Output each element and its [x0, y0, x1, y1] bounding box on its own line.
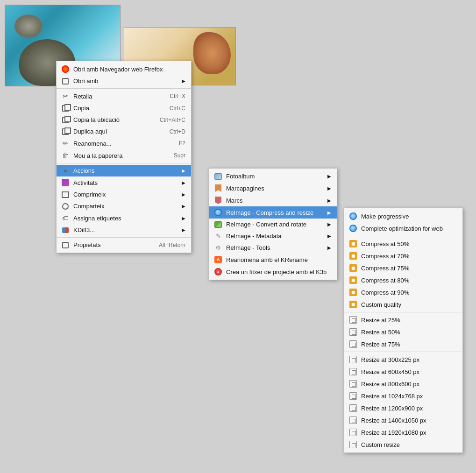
- copy-shortcut: Ctrl+C: [170, 105, 185, 112]
- menu-item-comprimeix[interactable]: Comprimeix ▶: [57, 189, 191, 200]
- menu-item-custom-quality[interactable]: ▣ Custom quality: [344, 298, 462, 311]
- menu-item-copy-location[interactable]: Copia la ubicació Ctrl+Alt+C: [57, 114, 191, 126]
- compress-80-label: Compress at 80%: [361, 277, 457, 284]
- menu-item-resize-300[interactable]: Resize at 300x225 px: [344, 353, 462, 366]
- resize-25-icon: [348, 316, 358, 324]
- menu-item-duplicate[interactable]: Duplica aquí Ctrl+D: [57, 126, 191, 137]
- activitats-icon: [60, 179, 71, 186]
- menu-item-resize-800[interactable]: Resize at 800x600 px: [344, 378, 462, 390]
- resize-600-icon: [348, 368, 358, 375]
- comparteix-arrow: ▶: [182, 204, 185, 209]
- menu-item-compress-75[interactable]: ▣ Compress at 75%: [344, 262, 462, 274]
- menu-item-kdiff[interactable]: KDiff3... ▶: [57, 224, 191, 236]
- resize-300-label: Resize at 300x225 px: [361, 356, 457, 363]
- fotoalbum-label: Fotoalbum: [226, 173, 324, 180]
- separator-1: [57, 88, 191, 89]
- tag-icon: 🏷: [60, 214, 71, 222]
- cut-shortcut: Ctrl+X: [170, 93, 185, 99]
- copy-location-icon: [60, 117, 71, 123]
- accions-arrow: ▶: [182, 168, 185, 173]
- obri-icon: [60, 78, 71, 85]
- resize-1200-label: Resize at 1200x900 px: [361, 405, 457, 412]
- resize-25-label: Resize at 25%: [361, 317, 457, 324]
- marcapagines-arrow: ▶: [327, 186, 331, 191]
- menu-item-compress-80[interactable]: ▣ Compress at 80%: [344, 274, 462, 286]
- menu-item-compress-50[interactable]: ▣ Compress at 50%: [344, 238, 462, 250]
- propietats-label: Propietats: [73, 241, 149, 248]
- menu-item-open-firefox[interactable]: Obri amb Navegador web Firefox: [57, 63, 191, 75]
- separator-resize-px: [344, 352, 462, 352]
- menu-item-make-progressive[interactable]: Make progressive: [344, 210, 462, 222]
- resize-75-label: Resize at 75%: [361, 341, 457, 348]
- menu-item-reimage-metadata[interactable]: ✎ ReImage - Metadata ▶: [209, 230, 337, 242]
- separator-2: [57, 163, 191, 163]
- menu-item-custom-resize[interactable]: Custom resize: [344, 438, 462, 451]
- resize-1200-icon: [348, 404, 358, 412]
- menu-item-rename[interactable]: ✏ Reanomena... F2: [57, 137, 191, 149]
- copy-location-shortcut: Ctrl+Alt+C: [160, 117, 185, 123]
- menu-item-resize-1920[interactable]: Resize at 1920x1080 px: [344, 426, 462, 438]
- kdiff-arrow: ▶: [182, 227, 185, 233]
- context-menu-main: Obri amb Navegador web Firefox Obri amb …: [56, 61, 192, 253]
- menu-item-reimage-tools[interactable]: ⚙ ReImage - Tools ▶: [209, 242, 337, 254]
- menu-item-reimage-convert[interactable]: ReImage - Convert and rotate ▶: [209, 219, 337, 230]
- menu-item-accions[interactable]: Accions ▶: [57, 165, 191, 176]
- comparteix-icon: [60, 203, 71, 210]
- menu-item-complete-optimization[interactable]: Complete optimization for web: [344, 222, 462, 234]
- menu-item-marcapagines[interactable]: Marcapagines ▶: [209, 182, 337, 194]
- menu-item-resize-50[interactable]: Resize at 50%: [344, 326, 462, 338]
- resize-1024-label: Resize at 1024x768 px: [361, 393, 457, 400]
- menu-item-resize-75[interactable]: Resize at 75%: [344, 338, 462, 350]
- compress-50-icon: ▣: [348, 240, 358, 247]
- resize-1400-icon: [348, 417, 358, 424]
- comprimeix-label: Comprimeix: [73, 191, 178, 198]
- menu-item-activitats[interactable]: Activitats ▶: [57, 176, 191, 189]
- duplicate-label: Duplica aquí: [73, 128, 160, 135]
- activitats-label: Activitats: [73, 179, 178, 186]
- cut-label: Retalla: [73, 93, 160, 100]
- menu-item-compress-70[interactable]: ▣ Compress at 70%: [344, 250, 462, 262]
- menu-item-cut[interactable]: ✂ Retalla Ctrl+X: [57, 90, 191, 102]
- menu-item-resize-25[interactable]: Resize at 25%: [344, 314, 462, 326]
- open-with-arrow: ▶: [182, 78, 185, 84]
- comprimeix-arrow: ▶: [182, 192, 185, 197]
- make-progressive-icon: [348, 212, 358, 220]
- accions-submenu: Fotoalbum ▶ Marcapagines ▶ Marcs ▶ ReIma…: [209, 168, 337, 280]
- make-progressive-label: Make progressive: [361, 213, 457, 220]
- assigna-label: Assigna etiquetes: [73, 215, 178, 222]
- menu-item-resize-1400[interactable]: Resize at 1400x1050 px: [344, 414, 462, 426]
- menu-item-krename[interactable]: A Reanomena amb el KRename: [209, 254, 337, 266]
- compress-70-label: Compress at 70%: [361, 253, 457, 260]
- menu-item-resize-600[interactable]: Resize at 600x450 px: [344, 366, 462, 378]
- trash-label: Mou a la paperera: [73, 152, 164, 159]
- rename-shortcut: F2: [179, 140, 185, 147]
- resize-1400-label: Resize at 1400x1050 px: [361, 417, 457, 424]
- menu-item-resize-1024[interactable]: Resize at 1024x768 px: [344, 390, 462, 402]
- resize-300-icon: [348, 356, 358, 363]
- rename-icon: ✏: [60, 140, 71, 147]
- menu-item-open-with[interactable]: Obri amb ▶: [57, 75, 191, 87]
- menu-item-compress-90[interactable]: ▣ Compress at 90%: [344, 286, 462, 298]
- separator-3: [57, 237, 191, 238]
- menu-item-fotoalbum[interactable]: Fotoalbum ▶: [209, 170, 337, 182]
- menu-item-resize-1200[interactable]: Resize at 1200x900 px: [344, 402, 462, 414]
- custom-resize-icon: [348, 441, 358, 448]
- copy-icon: [60, 105, 71, 112]
- resize-1024-icon: [348, 392, 358, 400]
- menu-item-assigna[interactable]: 🏷 Assigna etiquetes ▶: [57, 212, 191, 224]
- diff-icon: [60, 227, 71, 233]
- menu-item-k3b[interactable]: ● Crea un fitxer de projecte amb el K3b: [209, 266, 337, 278]
- reimage-tools-label: ReImage - Tools: [226, 244, 324, 251]
- resize-600-label: Resize at 600x450 px: [361, 368, 457, 375]
- menu-item-trash[interactable]: 🗑 Mou a la paperera Supr: [57, 149, 191, 162]
- menu-item-copy[interactable]: Copia Ctrl+C: [57, 102, 191, 114]
- menu-item-marcs[interactable]: Marcs ▶: [209, 194, 337, 206]
- compress-90-icon: ▣: [348, 289, 358, 296]
- fotoalbum-arrow: ▶: [327, 174, 331, 179]
- props-icon: [60, 242, 71, 248]
- compress-90-label: Compress at 90%: [361, 289, 457, 296]
- resize-75-icon: [348, 340, 358, 348]
- menu-item-comparteix[interactable]: Comparteix ▶: [57, 200, 191, 212]
- menu-item-reimage-compress[interactable]: ReImage - Compress and resize ▶: [209, 206, 337, 219]
- menu-item-propietats[interactable]: Propietats Alt+Retorn: [57, 239, 191, 251]
